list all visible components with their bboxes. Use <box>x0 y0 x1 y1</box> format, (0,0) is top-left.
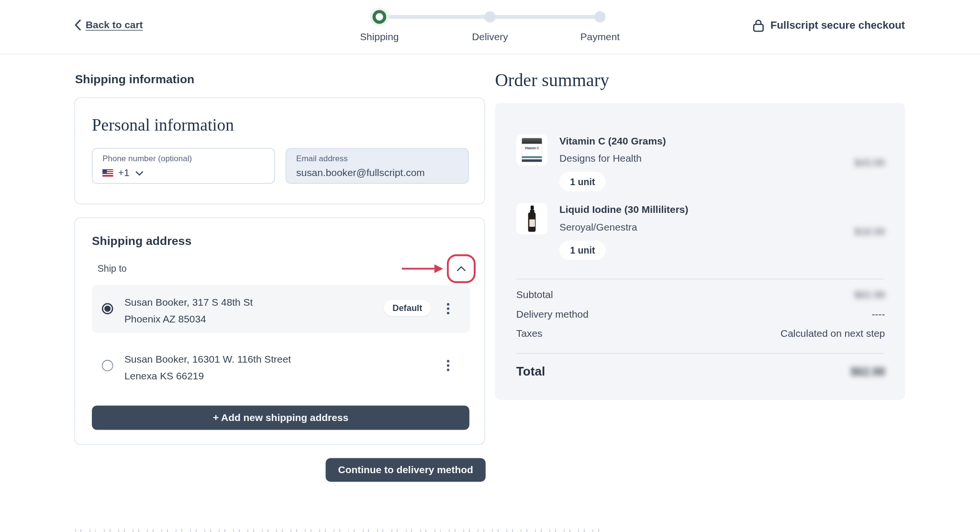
personal-information-title: Personal information <box>92 116 234 135</box>
chevron-left-icon <box>74 19 81 31</box>
product-image-liquid-iodine <box>516 203 547 234</box>
shipping-information-title: Shipping information <box>75 73 195 87</box>
annotation-red-arrow-icon <box>401 262 444 276</box>
order-summary-card: Vitamin C Vitamin C (240 Grams) Designs … <box>495 103 905 400</box>
product-name: Vitamin C (240 Grams) <box>559 135 666 147</box>
delivery-method-label: Delivery method <box>516 309 589 320</box>
product-quantity-badge: 1 unit <box>559 172 606 191</box>
personal-information-card: Personal information Phone number (optio… <box>74 98 485 204</box>
step-delivery-dot <box>484 11 496 23</box>
step-shipping-label: Shipping <box>360 31 399 43</box>
email-address-field: Email address susan.booker@fullscript.co… <box>286 148 469 184</box>
checkout-header: Back to cart Shipping Delivery Payment F… <box>0 0 980 55</box>
ship-to-collapse-button[interactable] <box>452 259 470 278</box>
product-price-blurred: $18.99 <box>855 226 885 238</box>
subtotal-value-blurred: $62.98 <box>855 289 885 301</box>
email-address-value: susan.booker@fullscript.com <box>296 167 425 179</box>
lock-icon <box>752 19 764 33</box>
shipping-address-title: Shipping address <box>92 234 191 248</box>
address-radio-unselected[interactable] <box>102 360 113 371</box>
step-payment-dot <box>594 11 606 23</box>
product-brand: Designs for Health <box>559 153 642 165</box>
email-address-label: Email address <box>296 154 348 163</box>
address-radio-selected[interactable] <box>102 303 113 314</box>
taxes-label: Taxes <box>516 328 543 340</box>
phone-country-code: +1 <box>118 167 130 179</box>
shipping-address-card: Shipping address Ship to Susan Booker, 3… <box>74 218 485 445</box>
address-kebab-menu-icon[interactable] <box>439 355 457 376</box>
subtotal-label: Subtotal <box>516 289 553 301</box>
back-to-cart-label: Back to cart <box>86 19 143 31</box>
step-delivery-label: Delivery <box>472 31 508 43</box>
step-payment-label: Payment <box>580 31 620 43</box>
us-flag-icon <box>102 169 113 177</box>
checkout-page: Back to cart Shipping Delivery Payment F… <box>0 0 980 532</box>
chevron-up-icon <box>457 266 466 271</box>
address-line1: Susan Booker, 16301 W. 116th Street <box>124 351 291 367</box>
address-line2: Phoenix AZ 85034 <box>124 310 253 327</box>
address-option-row[interactable]: Susan Booker, 317 S 48th St Phoenix AZ 8… <box>92 285 470 333</box>
back-to-cart-link[interactable]: Back to cart <box>74 19 143 31</box>
continue-to-delivery-button[interactable]: Continue to delivery method <box>325 458 485 482</box>
taxes-value: Calculated on next step <box>780 328 885 340</box>
delivery-method-value: ---- <box>872 309 885 320</box>
step-shipping-dot-current <box>372 10 386 24</box>
phone-number-label: Phone number (optional) <box>102 154 192 163</box>
product-name: Liquid Iodine (30 Milliliters) <box>559 204 688 216</box>
product-brand: Seroyal/Genestra <box>559 222 637 233</box>
ship-to-label: Ship to <box>98 263 127 274</box>
summary-divider <box>516 279 884 279</box>
secure-checkout-label: Fullscript secure checkout <box>770 19 905 32</box>
phone-number-field[interactable]: Phone number (optional) +1 <box>92 148 275 184</box>
total-value-blurred: $62.98 <box>851 366 885 378</box>
summary-divider <box>516 353 884 354</box>
add-new-shipping-address-button[interactable]: + Add new shipping address <box>92 406 469 430</box>
total-label: Total <box>516 364 545 378</box>
address-kebab-menu-icon[interactable] <box>439 299 457 319</box>
default-badge: Default <box>384 300 431 316</box>
product-quantity-badge: 1 unit <box>559 241 606 260</box>
address-line1: Susan Booker, 317 S 48th St <box>124 294 253 310</box>
product-image-vitamin-c: Vitamin C <box>516 134 547 166</box>
chevron-down-icon[interactable] <box>136 171 144 175</box>
clipped-footer-text <box>75 529 603 532</box>
order-summary-title: Order summary <box>495 70 609 90</box>
secure-checkout-badge: Fullscript secure checkout <box>752 19 905 33</box>
address-option-row[interactable]: Susan Booker, 16301 W. 116th Street Lene… <box>92 342 470 390</box>
address-line2: Lenexa KS 66219 <box>124 367 291 384</box>
product-price-blurred: $43.99 <box>855 157 885 169</box>
